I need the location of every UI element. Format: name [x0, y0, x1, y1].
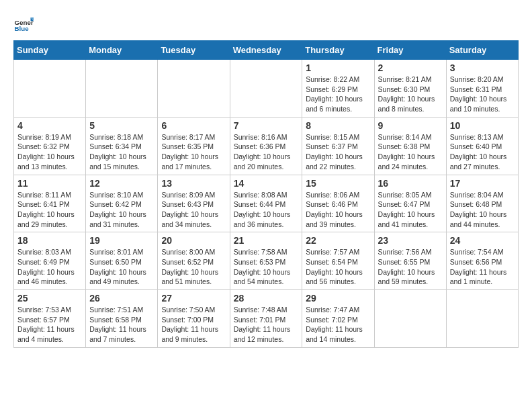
day-number: 27 [161, 293, 226, 304]
day-info: Sunrise: 7:50 AM Sunset: 7:00 PM Dayligh… [161, 305, 226, 345]
calendar-cell [230, 60, 302, 118]
logo-icon: General Blue [13, 13, 34, 34]
day-number: 23 [378, 235, 443, 246]
calendar-cell: 8Sunrise: 8:15 AM Sunset: 6:37 PM Daylig… [302, 117, 374, 175]
svg-text:Blue: Blue [15, 25, 30, 32]
header-monday: Monday [86, 41, 158, 60]
day-info: Sunrise: 8:08 AM Sunset: 6:44 PM Dayligh… [234, 190, 299, 230]
calendar-cell: 24Sunrise: 7:54 AM Sunset: 6:56 PM Dayli… [446, 232, 518, 290]
day-info: Sunrise: 7:58 AM Sunset: 6:53 PM Dayligh… [234, 247, 299, 287]
day-info: Sunrise: 8:22 AM Sunset: 6:29 PM Dayligh… [306, 75, 370, 114]
logo: General Blue [13, 13, 34, 34]
calendar-week-row: 11Sunrise: 8:11 AM Sunset: 6:41 PM Dayli… [14, 175, 519, 232]
calendar-cell: 3Sunrise: 8:20 AM Sunset: 6:31 PM Daylig… [446, 60, 518, 118]
header-saturday: Saturday [446, 41, 518, 60]
day-info: Sunrise: 8:03 AM Sunset: 6:49 PM Dayligh… [17, 247, 82, 287]
day-number: 8 [306, 120, 370, 131]
day-info: Sunrise: 8:21 AM Sunset: 6:30 PM Dayligh… [378, 75, 443, 114]
day-number: 20 [161, 235, 226, 246]
day-info: Sunrise: 8:20 AM Sunset: 6:31 PM Dayligh… [450, 75, 515, 114]
day-info: Sunrise: 8:13 AM Sunset: 6:40 PM Dayligh… [450, 132, 515, 172]
day-info: Sunrise: 8:10 AM Sunset: 6:42 PM Dayligh… [89, 190, 154, 230]
day-info: Sunrise: 7:53 AM Sunset: 6:57 PM Dayligh… [17, 305, 82, 345]
day-number: 25 [17, 293, 82, 304]
header-friday: Friday [374, 41, 446, 60]
calendar-cell [86, 60, 158, 118]
day-number: 6 [161, 120, 226, 131]
day-number: 13 [161, 178, 226, 189]
calendar-cell: 29Sunrise: 7:47 AM Sunset: 7:02 PM Dayli… [302, 290, 374, 348]
calendar-cell: 10Sunrise: 8:13 AM Sunset: 6:40 PM Dayli… [446, 117, 518, 175]
calendar: SundayMondayTuesdayWednesdayThursdayFrid… [13, 40, 519, 348]
day-number: 7 [234, 120, 299, 131]
day-info: Sunrise: 8:06 AM Sunset: 6:46 PM Dayligh… [306, 190, 370, 230]
day-info: Sunrise: 8:16 AM Sunset: 6:36 PM Dayligh… [234, 132, 299, 172]
day-number: 16 [378, 178, 443, 189]
calendar-cell: 9Sunrise: 8:14 AM Sunset: 6:38 PM Daylig… [374, 117, 446, 175]
day-info: Sunrise: 8:09 AM Sunset: 6:43 PM Dayligh… [161, 190, 226, 230]
calendar-cell: 4Sunrise: 8:19 AM Sunset: 6:32 PM Daylig… [14, 117, 86, 175]
day-info: Sunrise: 8:17 AM Sunset: 6:35 PM Dayligh… [161, 132, 226, 172]
calendar-cell: 6Sunrise: 8:17 AM Sunset: 6:35 PM Daylig… [158, 117, 230, 175]
day-number: 9 [378, 120, 443, 131]
day-info: Sunrise: 8:01 AM Sunset: 6:50 PM Dayligh… [89, 247, 154, 287]
calendar-cell: 19Sunrise: 8:01 AM Sunset: 6:50 PM Dayli… [86, 232, 158, 290]
day-number: 21 [234, 235, 299, 246]
day-info: Sunrise: 7:51 AM Sunset: 6:58 PM Dayligh… [89, 305, 154, 345]
day-number: 4 [17, 120, 82, 131]
calendar-week-row: 18Sunrise: 8:03 AM Sunset: 6:49 PM Dayli… [14, 232, 519, 290]
header-thursday: Thursday [302, 41, 374, 60]
day-info: Sunrise: 8:14 AM Sunset: 6:38 PM Dayligh… [378, 132, 443, 172]
calendar-cell: 22Sunrise: 7:57 AM Sunset: 6:54 PM Dayli… [302, 232, 374, 290]
day-number: 2 [378, 62, 443, 73]
calendar-cell: 25Sunrise: 7:53 AM Sunset: 6:57 PM Dayli… [14, 290, 86, 348]
calendar-cell: 5Sunrise: 8:18 AM Sunset: 6:34 PM Daylig… [86, 117, 158, 175]
day-number: 19 [89, 235, 154, 246]
calendar-cell: 18Sunrise: 8:03 AM Sunset: 6:49 PM Dayli… [14, 232, 86, 290]
calendar-cell [374, 290, 446, 348]
calendar-cell: 15Sunrise: 8:06 AM Sunset: 6:46 PM Dayli… [302, 175, 374, 232]
calendar-cell: 28Sunrise: 7:48 AM Sunset: 7:01 PM Dayli… [230, 290, 302, 348]
calendar-cell: 17Sunrise: 8:04 AM Sunset: 6:48 PM Dayli… [446, 175, 518, 232]
calendar-cell: 7Sunrise: 8:16 AM Sunset: 6:36 PM Daylig… [230, 117, 302, 175]
calendar-cell: 12Sunrise: 8:10 AM Sunset: 6:42 PM Dayli… [86, 175, 158, 232]
day-info: Sunrise: 7:57 AM Sunset: 6:54 PM Dayligh… [306, 247, 370, 287]
day-number: 3 [450, 62, 515, 73]
day-number: 17 [450, 178, 515, 189]
calendar-cell: 1Sunrise: 8:22 AM Sunset: 6:29 PM Daylig… [302, 60, 374, 118]
calendar-cell [158, 60, 230, 118]
header-sunday: Sunday [14, 41, 86, 60]
calendar-week-row: 1Sunrise: 8:22 AM Sunset: 6:29 PM Daylig… [14, 60, 519, 118]
calendar-week-row: 25Sunrise: 7:53 AM Sunset: 6:57 PM Dayli… [14, 290, 519, 348]
calendar-cell: 2Sunrise: 8:21 AM Sunset: 6:30 PM Daylig… [374, 60, 446, 118]
day-info: Sunrise: 8:00 AM Sunset: 6:52 PM Dayligh… [161, 247, 226, 287]
calendar-cell: 26Sunrise: 7:51 AM Sunset: 6:58 PM Dayli… [86, 290, 158, 348]
day-info: Sunrise: 8:11 AM Sunset: 6:41 PM Dayligh… [17, 190, 82, 230]
day-number: 10 [450, 120, 515, 131]
calendar-cell: 13Sunrise: 8:09 AM Sunset: 6:43 PM Dayli… [158, 175, 230, 232]
day-number: 24 [450, 235, 515, 246]
calendar-cell: 11Sunrise: 8:11 AM Sunset: 6:41 PM Dayli… [14, 175, 86, 232]
calendar-cell: 16Sunrise: 8:05 AM Sunset: 6:47 PM Dayli… [374, 175, 446, 232]
day-number: 5 [89, 120, 154, 131]
day-number: 18 [17, 235, 82, 246]
day-number: 1 [306, 62, 370, 73]
day-info: Sunrise: 8:18 AM Sunset: 6:34 PM Dayligh… [89, 132, 154, 172]
day-number: 12 [89, 178, 154, 189]
day-number: 22 [306, 235, 370, 246]
calendar-cell: 14Sunrise: 8:08 AM Sunset: 6:44 PM Dayli… [230, 175, 302, 232]
calendar-cell: 21Sunrise: 7:58 AM Sunset: 6:53 PM Dayli… [230, 232, 302, 290]
calendar-cell: 20Sunrise: 8:00 AM Sunset: 6:52 PM Dayli… [158, 232, 230, 290]
calendar-cell [446, 290, 518, 348]
day-number: 26 [89, 293, 154, 304]
day-info: Sunrise: 8:05 AM Sunset: 6:47 PM Dayligh… [378, 190, 443, 230]
day-number: 11 [17, 178, 82, 189]
calendar-cell: 23Sunrise: 7:56 AM Sunset: 6:55 PM Dayli… [374, 232, 446, 290]
day-info: Sunrise: 8:19 AM Sunset: 6:32 PM Dayligh… [17, 132, 82, 172]
day-info: Sunrise: 7:54 AM Sunset: 6:56 PM Dayligh… [450, 247, 515, 287]
calendar-header-row: SundayMondayTuesdayWednesdayThursdayFrid… [14, 41, 519, 60]
day-number: 29 [306, 293, 370, 304]
day-info: Sunrise: 7:48 AM Sunset: 7:01 PM Dayligh… [234, 305, 299, 345]
day-info: Sunrise: 7:47 AM Sunset: 7:02 PM Dayligh… [306, 305, 370, 345]
header-wednesday: Wednesday [230, 41, 302, 60]
